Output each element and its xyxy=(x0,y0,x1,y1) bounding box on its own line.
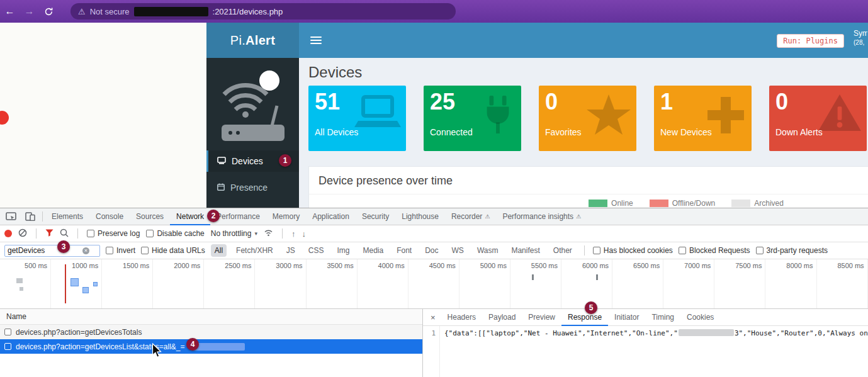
app-logo[interactable]: Pi.Alert xyxy=(206,23,299,58)
third-party-requests-checkbox[interactable]: 3rd-party requests xyxy=(756,246,828,255)
detail-tab-initiator[interactable]: Initiator xyxy=(608,309,645,326)
disable-cache-checkbox[interactable]: Disable cache xyxy=(146,229,204,238)
run-plugins-button[interactable]: Run: Plugins xyxy=(777,34,844,48)
tab-security[interactable]: Security xyxy=(356,208,395,225)
card-all-devices[interactable]: 51 All Devices xyxy=(308,86,406,151)
import-har-icon[interactable]: ↑ xyxy=(291,229,296,239)
archived-swatch xyxy=(731,200,750,207)
tab-application[interactable]: Application xyxy=(306,208,356,225)
filter-type-font[interactable]: Font xyxy=(393,244,415,257)
tab-console[interactable]: Console xyxy=(89,208,130,225)
annotation-step-3: 3 xyxy=(57,240,70,253)
hide-data-urls-checkbox[interactable]: Hide data URLs xyxy=(141,246,205,255)
filter-type-other[interactable]: Other xyxy=(550,244,576,257)
detail-tab-timing[interactable]: Timing xyxy=(645,309,680,326)
legend-item-online[interactable]: Online xyxy=(589,199,633,208)
export-har-icon[interactable]: ↓ xyxy=(302,229,306,239)
tab-memory[interactable]: Memory xyxy=(266,208,306,225)
address-bar[interactable]: ⚠ Not secure :20211/devices.php xyxy=(70,3,456,20)
warning-triangle-icon xyxy=(816,93,863,136)
presence-panel: Device presence over time Online Offline… xyxy=(308,166,868,208)
browser-forward-icon[interactable]: → xyxy=(20,6,39,17)
timeline-tick: 5500 ms xyxy=(510,259,561,308)
filter-type-doc[interactable]: Doc xyxy=(421,244,442,257)
checkbox[interactable] xyxy=(593,247,600,254)
browser-toolbar: ← → ⚠ Not secure :20211/devices.php xyxy=(0,0,868,23)
browser-back-icon[interactable]: ← xyxy=(0,6,20,17)
checkbox-label: Has blocked cookies xyxy=(604,246,673,255)
sidebar: Pi.Alert xyxy=(206,23,299,208)
filter-input-box[interactable]: × xyxy=(4,245,100,257)
filter-type-wasm[interactable]: Wasm xyxy=(473,244,502,257)
card-connected[interactable]: 25 Connected xyxy=(424,86,521,151)
page-title: Devices xyxy=(308,64,868,81)
record-button[interactable] xyxy=(4,230,12,237)
filter-type-fetchxhr[interactable]: Fetch/XHR xyxy=(232,244,277,257)
clear-filter-icon[interactable]: × xyxy=(82,247,89,254)
detail-tab-payload[interactable]: Payload xyxy=(482,309,522,326)
detail-tab-preview[interactable]: Preview xyxy=(522,309,561,326)
response-viewer: 1 {"data":[["laptop","Net - Huawei","Int… xyxy=(423,326,868,377)
inspect-element-icon[interactable] xyxy=(1,208,21,225)
tab-elements[interactable]: Elements xyxy=(45,208,89,225)
checkbox[interactable] xyxy=(4,343,11,350)
hamburger-menu-icon[interactable] xyxy=(310,37,322,46)
blocked-cookies-checkbox[interactable]: Has blocked cookies xyxy=(593,246,673,255)
detail-tab-response[interactable]: Response xyxy=(561,309,608,326)
checkbox[interactable] xyxy=(106,247,113,254)
checkbox[interactable] xyxy=(679,247,686,254)
tab-sources[interactable]: Sources xyxy=(130,208,170,225)
network-conditions-icon[interactable] xyxy=(264,229,273,239)
load-event-line xyxy=(65,264,66,303)
filter-type-img[interactable]: Img xyxy=(333,244,353,257)
checkbox[interactable] xyxy=(146,230,154,237)
filter-type-ws[interactable]: WS xyxy=(448,244,468,257)
tab-lighthouse[interactable]: Lighthouse xyxy=(395,208,445,225)
detail-tab-cookies[interactable]: Cookies xyxy=(680,309,720,326)
legend-item-archived[interactable]: Archived xyxy=(731,199,784,208)
filter-type-all[interactable]: All xyxy=(211,244,227,257)
timeline-tick: 7000 ms xyxy=(663,259,714,308)
filter-type-js[interactable]: JS xyxy=(283,244,299,257)
filter-funnel-icon[interactable] xyxy=(45,229,54,239)
blocked-requests-checkbox[interactable]: Blocked Requests xyxy=(679,246,750,255)
clear-button[interactable] xyxy=(18,228,27,239)
checkbox[interactable] xyxy=(87,230,94,237)
network-overview-timeline[interactable]: 500 ms 1000 ms 1500 ms 2000 ms 2500 ms 3… xyxy=(0,259,868,309)
card-new-devices[interactable]: 1 New Devices xyxy=(654,86,752,151)
waterfall-mark xyxy=(16,278,23,283)
checkbox-label: Blocked Requests xyxy=(689,246,750,255)
experiment-icon: ⚠ xyxy=(576,213,581,220)
tab-network[interactable]: Network xyxy=(170,208,210,225)
browser-reload-icon[interactable] xyxy=(39,7,58,16)
throttling-select[interactable]: No throttling▾ xyxy=(211,229,257,238)
request-row[interactable]: devices.php?action=getDevicesTotals xyxy=(0,325,422,339)
tab-recorder[interactable]: Recorder⚠ xyxy=(445,208,496,225)
filter-type-manifest[interactable]: Manifest xyxy=(507,244,543,257)
checkbox[interactable] xyxy=(4,329,11,335)
timeline-tick: 2000 ms xyxy=(153,259,204,308)
detail-tab-headers[interactable]: Headers xyxy=(441,309,482,326)
card-favorites[interactable]: 0 Favorites xyxy=(539,86,636,151)
card-value: 51 xyxy=(315,89,340,115)
device-toolbar-icon[interactable] xyxy=(21,208,40,225)
checkbox[interactable] xyxy=(141,247,149,254)
network-bottom-split: Name devices.php?action=getDevicesTotals… xyxy=(0,309,868,377)
legend-item-offline[interactable]: Offline/Down xyxy=(650,199,715,208)
divider xyxy=(584,245,585,256)
devtools-panel: Elements Console Sources Network Perform… xyxy=(0,208,868,377)
request-row-selected[interactable]: devices.php?action=getDevicesList&status… xyxy=(0,339,422,354)
filter-type-css[interactable]: CSS xyxy=(305,244,328,257)
card-down-alerts[interactable]: 0 Down Alerts xyxy=(769,86,867,151)
invert-checkbox[interactable]: Invert xyxy=(106,246,135,255)
preserve-log-checkbox[interactable]: Preserve log xyxy=(87,229,140,238)
sidebar-item-presence[interactable]: Presence xyxy=(206,177,299,198)
filter-type-media[interactable]: Media xyxy=(359,244,387,257)
search-icon[interactable] xyxy=(60,228,69,239)
timeline-tick: 6500 ms xyxy=(612,259,663,308)
tab-performance-insights[interactable]: Performance insights⚠ xyxy=(496,208,587,225)
checkbox[interactable] xyxy=(756,247,764,254)
close-icon[interactable]: × xyxy=(423,313,441,322)
divider xyxy=(282,228,283,239)
requests-name-column-header[interactable]: Name xyxy=(0,309,422,325)
